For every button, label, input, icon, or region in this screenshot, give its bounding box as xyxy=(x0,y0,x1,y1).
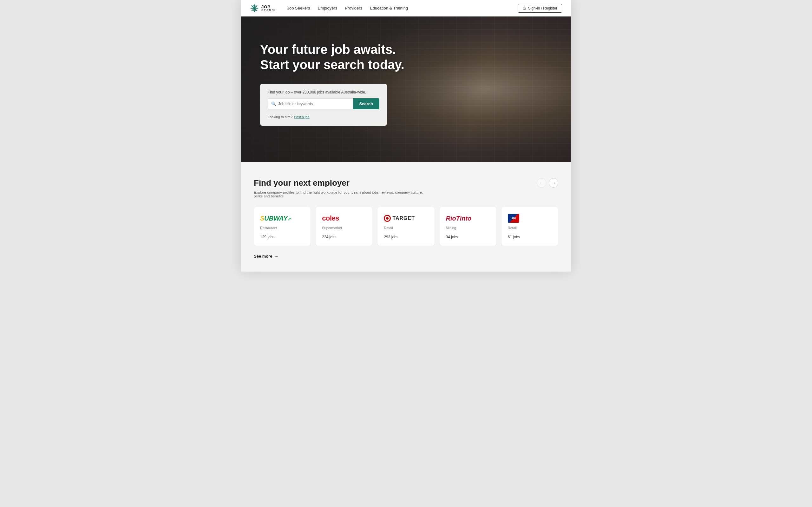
job-search-input[interactable] xyxy=(278,102,350,106)
subway-logo-text: SUBWAY↗ xyxy=(260,215,291,222)
search-card: Find your job – over 230,000 jobs availa… xyxy=(260,83,387,126)
carousel-next-button[interactable]: → xyxy=(549,178,558,187)
riotinto-category: Mining xyxy=(446,226,490,230)
uniforms-logo: UNI xyxy=(508,213,552,223)
subway-jobs: 129 jobs xyxy=(260,235,304,239)
see-more-arrow-icon: → xyxy=(274,254,278,259)
logo-search: SEARCH xyxy=(261,9,277,12)
coles-logo: coles xyxy=(322,213,366,223)
subway-category: Restaurant xyxy=(260,226,304,230)
carousel-controls: ← → xyxy=(537,178,558,187)
target-circle-inner xyxy=(386,217,389,220)
logo[interactable]: JOB SEARCH xyxy=(250,4,277,13)
section-title: Find your next employer xyxy=(254,178,537,188)
subway-logo: SUBWAY↗ xyxy=(260,213,304,223)
sign-in-button[interactable]: 🗂 Sign-in / Register xyxy=(518,4,562,13)
search-button[interactable]: Search xyxy=(353,98,379,109)
coles-category: Supermarket xyxy=(322,226,366,230)
target-logo: TARGET xyxy=(384,213,428,223)
logo-icon xyxy=(250,4,259,13)
employer-card-target[interactable]: TARGET Retail 293 jobs xyxy=(377,207,434,245)
riotinto-jobs: 34 jobs xyxy=(446,235,490,239)
logo-text: JOB SEARCH xyxy=(261,5,277,12)
post-a-job-link[interactable]: Post a job xyxy=(294,115,310,119)
coles-jobs: 234 jobs xyxy=(322,235,366,239)
employer-card-subway[interactable]: SUBWAY↗ Restaurant 129 jobs xyxy=(254,207,310,245)
hire-row: Looking to hire? Post a job xyxy=(268,114,379,119)
search-icon: 🔍 xyxy=(271,101,276,106)
hero-headline-line2: Start your search today. xyxy=(260,58,404,72)
see-more-link[interactable]: See more → xyxy=(254,254,278,259)
section-subtitle: Explore company profiles to find the rig… xyxy=(254,190,432,198)
riotinto-logo: RioTinto xyxy=(446,213,490,223)
search-row: 🔍 Search xyxy=(268,98,379,109)
hero-content: Your future job awaits. Start your searc… xyxy=(241,16,571,126)
coles-logo-text: coles xyxy=(322,214,339,222)
target-jobs: 293 jobs xyxy=(384,235,428,239)
target-category: Retail xyxy=(384,226,428,230)
target-circle-icon xyxy=(384,215,391,222)
nav-education-training[interactable]: Education & Training xyxy=(370,6,408,10)
uniforms-logo-text: UNI xyxy=(511,217,516,220)
section-header-row: Find your next employer Explore company … xyxy=(254,178,558,206)
carousel-prev-button[interactable]: ← xyxy=(537,178,546,187)
employer-section: Find your next employer Explore company … xyxy=(241,162,571,272)
uniforms-logo-icon: UNI xyxy=(508,214,519,223)
employer-card-riotinto[interactable]: RioTinto Mining 34 jobs xyxy=(440,207,496,245)
hero-headline: Your future job awaits. Start your searc… xyxy=(260,42,558,72)
target-logo-text: TARGET xyxy=(392,216,415,221)
see-more-wrap: See more → xyxy=(254,253,558,259)
hire-text: Looking to hire? xyxy=(268,115,293,119)
hero-headline-line1: Your future job awaits. xyxy=(260,43,396,56)
nav-employers[interactable]: Employers xyxy=(318,6,337,10)
section-header-left: Find your next employer Explore company … xyxy=(254,178,537,206)
uniforms-jobs: 61 jobs xyxy=(508,235,552,239)
sign-in-label: Sign-in / Register xyxy=(528,6,557,10)
hero-section: Your future job awaits. Start your searc… xyxy=(241,16,571,162)
employer-card-coles[interactable]: coles Supermarket 234 jobs xyxy=(316,207,372,245)
search-input-wrap: 🔍 xyxy=(268,98,353,109)
target-logo-wrap: TARGET xyxy=(384,215,415,222)
employer-cards: SUBWAY↗ Restaurant 129 jobs coles Superm… xyxy=(254,207,558,245)
logo-job: JOB xyxy=(261,5,277,9)
briefcase-icon: 🗂 xyxy=(522,6,526,10)
header-right: 🗂 Sign-in / Register xyxy=(518,4,562,13)
search-card-subtitle: Find your job – over 230,000 jobs availa… xyxy=(268,90,379,95)
see-more-label: See more xyxy=(254,254,272,259)
uniforms-category: Retail xyxy=(508,226,552,230)
nav-job-seekers[interactable]: Job Seekers xyxy=(287,6,310,10)
employer-card-uniforms[interactable]: UNI Retail 61 jobs xyxy=(502,207,558,245)
riotinto-logo-text: RioTinto xyxy=(446,215,472,222)
site-header: JOB SEARCH Job Seekers Employers Provide… xyxy=(241,0,571,16)
main-nav: Job Seekers Employers Providers Educatio… xyxy=(287,6,518,10)
nav-providers[interactable]: Providers xyxy=(345,6,362,10)
